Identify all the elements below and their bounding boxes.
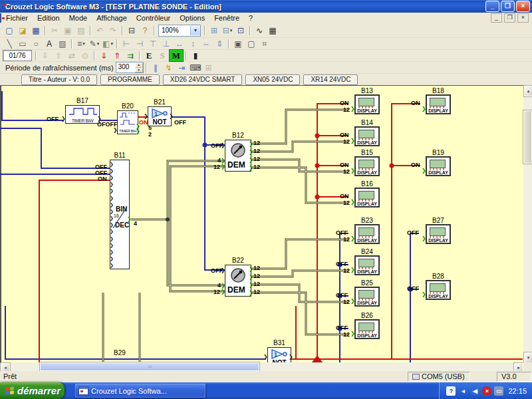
distribute-vertical-icon[interactable]: ⇕ xyxy=(213,38,226,49)
start-button[interactable]: démarrer xyxy=(0,382,65,399)
fill-color-icon[interactable]: ◧▾ xyxy=(101,38,114,49)
block-B12[interactable]: B12DEM❯❯❯❯❯❯❯ xyxy=(225,140,251,172)
help-icon[interactable]: ? xyxy=(138,25,152,36)
chart-view-icon[interactable]: ∿ xyxy=(253,25,266,36)
tray-help-icon[interactable]: ? xyxy=(446,386,456,396)
vertical-scroll-thumb[interactable] xyxy=(523,110,532,164)
read-params-icon[interactable]: ⇧ xyxy=(52,50,65,61)
menu-contrleur[interactable]: Contrôleur xyxy=(132,13,175,23)
chevron-down-icon[interactable]: ▼ xyxy=(190,26,200,35)
block-B24[interactable]: B24DISPLAY❯ xyxy=(354,255,380,275)
block-B16[interactable]: B16DISPLAY❯ xyxy=(354,188,380,207)
pen-color-icon[interactable]: ✎▾ xyxy=(88,38,101,49)
block-B29[interactable]: B29 xyxy=(112,358,128,362)
run-controller-icon[interactable]: ⇉ xyxy=(124,50,137,61)
center-horizontal-icon[interactable]: ↔ xyxy=(173,38,186,49)
copy-icon[interactable]: ▣ xyxy=(61,25,74,36)
draw-line-icon[interactable]: ╲ xyxy=(3,38,16,49)
open-file-icon[interactable]: ◪ xyxy=(16,25,29,36)
zoom-level-combo[interactable]: 100%▼ xyxy=(158,25,201,37)
menu-fentre[interactable]: Fenêtre xyxy=(209,13,244,23)
block-B20[interactable]: B20TIMER B/H❯❯❯ xyxy=(117,110,138,134)
refresh-period-spinner[interactable]: 300 ▲▼ xyxy=(116,62,144,73)
tab-xn05-24vdc[interactable]: XN05 24VDC xyxy=(245,74,300,85)
tray-display-icon[interactable]: ▭ xyxy=(494,386,503,396)
force-refresh-icon[interactable]: ↯ xyxy=(162,62,176,73)
block-B11[interactable]: B11❯❯❯❯❯❯❯❯❯❯❯❯❯❯❯❯BIN16DEC❯ xyxy=(110,160,130,269)
center-vertical-icon[interactable]: ↕ xyxy=(186,38,200,49)
tray-hidden-icons-chevron[interactable]: ◂ xyxy=(458,386,467,396)
block-B23[interactable]: B23DISPLAY❯ xyxy=(354,224,380,244)
tab-programme[interactable]: PROGRAMME xyxy=(100,74,160,85)
mdi-child-icon[interactable] xyxy=(0,14,1,22)
compare-program-icon[interactable]: ⇄ xyxy=(65,50,78,61)
draw-text-icon[interactable]: A xyxy=(43,38,56,49)
menu-options[interactable]: Options xyxy=(175,13,209,23)
block-B19[interactable]: B19DISPLAY❯ xyxy=(426,156,451,176)
align-right-icon[interactable]: ⊣ xyxy=(133,38,146,49)
pause-refresh-icon[interactable]: ∥ xyxy=(149,62,162,73)
horizontal-scroll-thumb[interactable] xyxy=(40,362,259,371)
new-file-icon[interactable]: ▢ xyxy=(3,25,16,36)
download-program-icon[interactable]: ⇓ xyxy=(97,50,110,61)
io-status-icon[interactable]: ⊞ xyxy=(202,62,215,73)
edit-mode-icon[interactable]: E xyxy=(142,50,156,61)
draw-rectangle-icon[interactable]: ▭ xyxy=(16,38,29,49)
paste-icon[interactable]: ▤ xyxy=(74,25,88,36)
data-table-icon[interactable]: ▦ xyxy=(266,25,279,36)
draw-ellipse-icon[interactable]: ○ xyxy=(29,38,43,49)
block-B13[interactable]: B13DISPLAY❯ xyxy=(354,94,380,114)
ungroup-icon[interactable]: ▢ xyxy=(245,38,258,49)
block-B17[interactable]: B17TIMER B/W❯❯ xyxy=(65,105,100,124)
link-blocks-icon[interactable]: ⊡ xyxy=(234,25,247,36)
undo-icon[interactable]: ↶ xyxy=(93,25,106,36)
menu-fichier[interactable]: Fichier xyxy=(1,13,33,23)
tray-security-alert-icon[interactable]: × xyxy=(482,386,491,396)
tab-xr14-24vdc[interactable]: XR14 24VDC xyxy=(303,74,358,85)
close-button[interactable]: × xyxy=(516,1,530,12)
block-B15[interactable]: B15DISPLAY❯ xyxy=(354,156,380,176)
block-B27[interactable]: B27DISPLAY❯ xyxy=(426,224,451,244)
mdi-restore-button[interactable]: ❒ xyxy=(504,13,515,23)
upload-program-icon[interactable]: ⇑ xyxy=(110,50,124,61)
menu-[interactable]: ? xyxy=(244,13,257,23)
step-refresh-icon[interactable]: ⇥ xyxy=(176,62,189,73)
taskbar-app-button[interactable]: Crouzet Logic Softwa... xyxy=(75,384,205,398)
minimize-button[interactable]: _ xyxy=(485,1,499,12)
tray-messenger-icon[interactable]: ◀ xyxy=(470,386,479,396)
group-icon[interactable]: ▣ xyxy=(231,38,245,49)
redo-icon[interactable]: ↷ xyxy=(106,25,120,36)
print-icon[interactable]: ⊟ xyxy=(125,25,138,36)
block-B31[interactable]: B311NOT❯❯ xyxy=(267,347,291,362)
grid-icon[interactable]: ⊞ xyxy=(207,25,221,36)
save-file-icon[interactable]: ▦ xyxy=(29,25,43,36)
monitoring-mode-icon[interactable]: M xyxy=(169,49,184,62)
horizontal-scrollbar[interactable]: ◂ ▸ xyxy=(0,362,523,371)
block-B22[interactable]: B22DEM❯❯❯❯❯❯❯ xyxy=(225,265,251,297)
vertical-scrollbar[interactable]: ▴ ▾ xyxy=(523,85,532,362)
tab-title[interactable]: Titre - Auteur - V: 0.0 xyxy=(21,74,97,85)
block-B25[interactable]: B25DISPLAY❯ xyxy=(354,287,380,307)
diagram-canvas[interactable]: B17TIMER B/W❯❯B20TIMER B/H❯❯❯B211NOT❯❯B1… xyxy=(0,85,523,362)
menu-edition[interactable]: Edition xyxy=(33,13,65,23)
mdi-minimize-button[interactable]: _ xyxy=(491,13,502,23)
mdi-close-button[interactable]: × xyxy=(517,13,529,23)
scroll-up-icon[interactable]: ▴ xyxy=(524,86,532,96)
cut-icon[interactable]: ✂ xyxy=(48,25,61,36)
distribute-horizontal-icon[interactable]: ⇔ xyxy=(200,38,213,49)
diagnostic-icon[interactable]: ⊙ xyxy=(78,50,92,61)
select-marquee-icon[interactable]: ⌗ xyxy=(258,38,271,49)
align-left-icon[interactable]: ⊢ xyxy=(120,38,133,49)
restore-button[interactable]: ❒ xyxy=(501,1,515,12)
line-width-icon[interactable]: ≡▾ xyxy=(74,38,88,49)
front-panel-icon[interactable]: ⌨ xyxy=(189,62,202,73)
block-B28[interactable]: B28DISPLAY❯ xyxy=(426,280,451,300)
insert-image-icon[interactable]: ▧ xyxy=(56,38,69,49)
menu-mode[interactable]: Mode xyxy=(65,13,92,23)
simulation-mode-icon[interactable]: S xyxy=(156,50,169,61)
block-B21[interactable]: B211NOT❯❯ xyxy=(148,106,172,126)
align-bottom-icon[interactable]: ⊥ xyxy=(160,38,173,49)
block-B14[interactable]: B14DISPLAY❯ xyxy=(354,126,380,146)
write-params-icon[interactable]: ⇩ xyxy=(39,50,52,61)
block-B18[interactable]: B18DISPLAY❯ xyxy=(426,94,451,114)
